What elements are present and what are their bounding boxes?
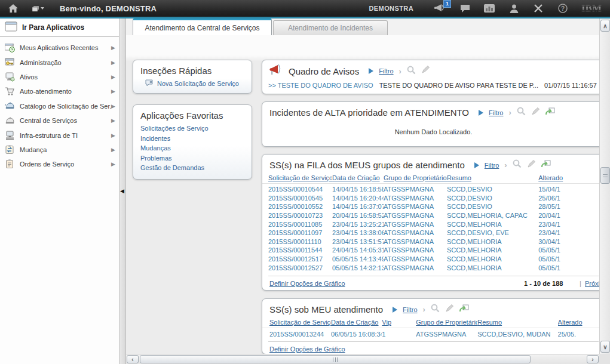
filter-link[interactable]: Filtro xyxy=(485,162,499,169)
ticket-id-link[interactable]: 2015SS/00010723 xyxy=(268,212,332,219)
vertical-scroll-thumb[interactable] xyxy=(600,167,610,184)
tab-atendimento-central-servicos[interactable]: Atendimento da Central de Serviços xyxy=(133,18,272,35)
open-windows-menu-icon[interactable] xyxy=(32,3,44,14)
sidebar-item-meus-aplicativos-recentes[interactable]: Meus Aplicativos Recentes ▶ xyxy=(0,41,119,55)
horizontal-scroll-thumb[interactable] xyxy=(140,355,531,363)
welcome-text: Bem-vindo, DEMONSTRA xyxy=(60,4,157,13)
chart-options-link[interactable]: Definir Opções de Gráfico xyxy=(269,346,345,353)
ticket-id-link[interactable]: 2015SS/00011110 xyxy=(268,238,332,245)
filter-link[interactable]: Filtro xyxy=(489,109,503,116)
assets-icon xyxy=(4,72,16,82)
sidebar-item-ativos[interactable]: Ativos ▶ xyxy=(0,70,119,84)
favorite-applications-panel: Aplicações Favoritas Solicitações de Ser… xyxy=(133,104,252,180)
chart-options-link[interactable]: Definir Opções de Gráfico xyxy=(269,280,345,287)
maximize-portlet-icon[interactable] xyxy=(474,162,479,168)
maximize-portlet-icon[interactable] xyxy=(369,68,373,74)
favorite-link-incidentes[interactable]: Incidentes xyxy=(140,134,244,144)
column-header-resumo[interactable]: Resumo xyxy=(447,174,538,181)
reports-chart-icon[interactable] xyxy=(483,3,495,14)
detach-portlet-icon[interactable] xyxy=(545,107,555,118)
table-row: 2015SS/0001054414/04/15 16:18:58ATGSSPMA… xyxy=(262,185,599,194)
column-header-grupo[interactable]: Grupo de Proprietários xyxy=(416,319,477,326)
bulletin-subject-link[interactable]: >> TESTE DO QUADRO DE AVISO xyxy=(268,82,373,89)
sidebar-item-infraestrutura-ti[interactable]: Infra-estrutura de TI ▶ xyxy=(0,128,119,142)
ibm-logo: IBM xyxy=(581,2,602,14)
edit-icon[interactable] xyxy=(445,304,454,315)
ticket-id-link[interactable]: 2015SS/00011097 xyxy=(268,229,332,236)
column-header-resumo[interactable]: Resumo xyxy=(477,319,557,326)
edit-icon[interactable] xyxy=(527,160,536,171)
filter-link[interactable]: Filtro xyxy=(379,67,393,75)
vertical-scrollbar[interactable]: ∧ ∨ xyxy=(599,18,610,354)
search-icon[interactable] xyxy=(513,159,522,171)
edit-icon[interactable] xyxy=(531,107,540,118)
table-cell: 1 xyxy=(382,331,416,338)
next-page-link[interactable]: Próximo xyxy=(585,280,599,287)
ticket-id-link[interactable]: 2015SS/00010544 xyxy=(268,186,332,193)
scroll-up-button[interactable]: ∧ xyxy=(600,20,610,32)
sidebar-item-label: Mudança xyxy=(20,146,111,153)
panel-title: Quadro de Avisos xyxy=(289,66,359,76)
sidebar-item-label: Administração xyxy=(20,59,111,66)
column-header-data-criacao[interactable]: Data de Criação xyxy=(331,319,382,326)
chevron-right-icon: › xyxy=(423,306,425,313)
favorite-link-solicitacoes[interactable]: Solicitações de Serviço xyxy=(140,124,244,134)
ticket-id-link[interactable]: 2015SS/00011544 xyxy=(268,246,332,254)
sidebar-item-central-de-servicos[interactable]: Central de Serviços ▶ xyxy=(0,113,119,128)
submenu-arrow-icon: ▶ xyxy=(111,161,115,167)
search-icon[interactable] xyxy=(407,66,416,77)
scrollbar-corner xyxy=(599,354,610,364)
table-row: 2015SS/0001251705/05/15 14:13:49ATGSSPMA… xyxy=(262,255,599,264)
ticket-id-link[interactable]: 2015SS/00010545 xyxy=(268,195,332,202)
tab-atendimento-incidentes[interactable]: Atendimento de Incidentes xyxy=(273,20,388,35)
filter-link[interactable]: Filtro xyxy=(403,306,417,313)
table-row: 2015SS/0001324406/05/15 16:08:341ATGSSPM… xyxy=(262,330,599,339)
column-header-data-criacao[interactable]: Data de Criação xyxy=(332,174,384,181)
scroll-down-button[interactable]: ∨ xyxy=(600,341,610,353)
profile-icon[interactable] xyxy=(508,3,520,14)
detach-portlet-icon[interactable] xyxy=(459,304,469,315)
sidebar-item-auto-atendimento[interactable]: Auto-atendimento ▶ xyxy=(0,84,119,98)
recent-apps-icon xyxy=(4,42,16,53)
ticket-id-link[interactable]: 2015SS/00011085 xyxy=(268,221,332,228)
table-row: 2015SS/0001108523/04/15 13:25:21ATGSSPMA… xyxy=(262,220,599,229)
help-icon[interactable]: ? xyxy=(557,3,569,14)
sidebar-item-administracao[interactable]: Administração ▶ xyxy=(0,55,119,69)
ticket-id-link[interactable]: 2015SS/00012527 xyxy=(268,264,332,272)
column-header-alterado[interactable]: Alterado xyxy=(558,319,599,326)
sidebar-splitter[interactable]: ◀ xyxy=(119,18,126,364)
home-icon[interactable] xyxy=(7,3,19,14)
column-header-alterado[interactable]: Alterado xyxy=(538,174,599,181)
close-session-icon[interactable] xyxy=(532,3,544,14)
column-header-vip[interactable]: Vip xyxy=(382,319,416,326)
new-service-request-link[interactable]: Nova Solicitação de Serviço xyxy=(145,79,244,87)
table-cell: ATGSSPMAGNA xyxy=(384,195,447,202)
sidebar-item-ordens-de-servico[interactable]: Ordens de Serviço ▶ xyxy=(0,157,119,171)
chat-icon[interactable] xyxy=(459,3,471,14)
maximize-portlet-icon[interactable] xyxy=(393,307,397,313)
table-cell: ATGSSPMAGNA xyxy=(384,186,447,193)
scroll-right-button[interactable]: › xyxy=(587,355,599,363)
ticket-id-link[interactable]: 2015SS/00013244 xyxy=(269,331,331,338)
edit-icon[interactable] xyxy=(421,66,430,76)
detach-portlet-icon[interactable] xyxy=(541,159,551,171)
collapse-sidebar-icon[interactable]: ◀ xyxy=(120,188,124,194)
column-header-solicitacao[interactable]: Solicitação de Serviço xyxy=(268,174,332,181)
table-cell: 23/04/15 13:38:06 xyxy=(332,229,384,236)
announcements-icon[interactable]: 1 xyxy=(434,3,446,14)
horizontal-scrollbar[interactable]: ‹ › xyxy=(126,354,599,364)
search-icon[interactable] xyxy=(431,304,440,315)
ticket-id-link[interactable]: 2015SS/00010552 xyxy=(268,203,332,210)
sidebar-item-catalogo-solicitacao[interactable]: Catálogo de Solicitação de Ser... ▶ xyxy=(0,99,119,113)
favorite-link-problemas[interactable]: Problemas xyxy=(140,153,244,164)
column-header-grupo[interactable]: Grupo de Proprietários xyxy=(384,174,447,181)
ticket-id-link[interactable]: 2015SS/00012517 xyxy=(268,255,332,263)
favorite-link-mudancas[interactable]: Mudanças xyxy=(140,143,244,153)
favorite-link-gestao-demandas[interactable]: Gestão de Demandas xyxy=(140,163,244,173)
column-header-solicitacao[interactable]: Solicitação de Serviço xyxy=(269,319,331,326)
sidebar-item-mudanca[interactable]: Mudança ▶ xyxy=(0,143,119,157)
maximize-portlet-icon[interactable] xyxy=(479,110,483,116)
scroll-left-button[interactable]: ‹ xyxy=(127,355,139,363)
notification-badge[interactable]: 1 xyxy=(443,0,451,8)
search-icon[interactable] xyxy=(517,107,526,118)
